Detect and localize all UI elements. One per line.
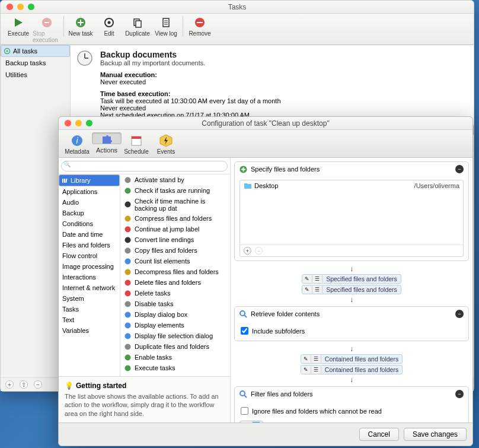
sidebar-item-backup[interactable]: Backup tasks	[1, 57, 70, 69]
flow-chip[interactable]: ✎☰Specified files and folders	[302, 274, 401, 284]
cancel-button[interactable]: Cancel	[359, 428, 399, 441]
category-item[interactable]: Tasks	[59, 304, 120, 314]
remove-button[interactable]: Remove	[186, 16, 214, 37]
svg-rect-15	[197, 22, 203, 23]
edit-button[interactable]: Edit	[95, 16, 123, 37]
collapse-icon[interactable]: −	[455, 165, 464, 173]
config-toolbar: i Metadata Actions Schedule Events	[59, 130, 472, 158]
category-item[interactable]: Files and folders	[59, 240, 120, 250]
category-item[interactable]: Date and time	[59, 229, 120, 240]
list-icon[interactable]: ☰	[311, 366, 321, 373]
action-item[interactable]: Count list elements	[120, 256, 230, 266]
add-button[interactable]: +	[5, 380, 14, 389]
task-title: Backup documents	[100, 50, 281, 59]
action-item[interactable]: Activate stand by	[120, 174, 230, 185]
svg-point-43	[125, 301, 131, 307]
list-icon[interactable]: ☰	[312, 275, 322, 282]
category-item[interactable]: Image processing	[59, 261, 120, 272]
flow-chip[interactable]: ✎☰Specified files and folders	[302, 285, 401, 294]
action-item[interactable]: Compress files and folders	[120, 213, 230, 224]
action-item[interactable]: Copy files and folders	[120, 245, 230, 256]
newtask-button[interactable]: New task	[66, 16, 95, 37]
viewlog-button[interactable]: View log	[152, 16, 180, 37]
tab-actions[interactable]: Actions	[92, 132, 122, 144]
workflow-area[interactable]: Specify files and folders − Desktop /Use…	[231, 158, 472, 422]
action-icon	[124, 354, 132, 361]
category-item[interactable]: Flow control	[59, 250, 120, 261]
action-icon	[124, 215, 132, 223]
svg-point-49	[125, 365, 131, 371]
category-item[interactable]: Conditions	[59, 218, 120, 229]
category-item[interactable]: Library	[59, 174, 120, 186]
category-item[interactable]: Audio	[59, 197, 120, 208]
list-icon[interactable]: ☰	[311, 355, 321, 363]
category-list[interactable]: LibraryApplicationsAudioBackupConditions…	[59, 174, 120, 376]
include-subfolders-checkbox[interactable]	[241, 327, 248, 335]
category-item[interactable]: Backup	[59, 208, 120, 218]
action-item[interactable]: Duplicate files and folders	[120, 341, 230, 352]
tab-schedule[interactable]: Schedule	[122, 132, 151, 156]
action-item[interactable]: Check if tasks are running	[120, 185, 230, 196]
duplicate-button[interactable]: Duplicate	[123, 16, 152, 37]
action-item[interactable]: Display dialog box	[120, 309, 230, 320]
zoom-icon[interactable]	[86, 120, 92, 126]
flow-chip[interactable]: ✎☰Contained files and folders	[301, 354, 403, 364]
zoom-icon[interactable]	[28, 4, 34, 10]
action-item[interactable]: Continue at jump label	[120, 224, 230, 234]
category-item[interactable]: Variables	[59, 325, 120, 336]
svg-point-45	[125, 322, 131, 328]
category-item[interactable]: Interactions	[59, 272, 120, 282]
category-item[interactable]: Internet & network	[59, 282, 120, 293]
execute-button[interactable]: Execute	[4, 16, 33, 37]
list-icon[interactable]: ☰	[312, 286, 322, 293]
action-item[interactable]: Disable tasks	[120, 298, 230, 309]
action-item[interactable]: Delete tasks	[120, 288, 230, 298]
ignore-checkbox[interactable]	[241, 407, 248, 415]
save-button[interactable]: Save changes	[404, 428, 467, 441]
flow-chip[interactable]: ✎☰Contained files and folders	[301, 365, 403, 374]
action-item[interactable]: Decompress files and folders	[120, 266, 230, 277]
tab-metadata[interactable]: i Metadata	[62, 132, 92, 156]
close-icon[interactable]	[7, 4, 13, 10]
action-item[interactable]: Display elements	[120, 320, 230, 331]
tab-events[interactable]: Events	[151, 132, 181, 156]
arrow-down-icon: ↓	[350, 265, 353, 273]
titlebar: Tasks	[1, 1, 474, 14]
arrow-down-icon: ↓	[350, 296, 353, 304]
category-item[interactable]: Text	[59, 314, 120, 325]
search-input[interactable]	[61, 161, 228, 171]
svg-rect-9	[136, 21, 141, 27]
pencil-icon[interactable]: ✎	[302, 275, 312, 282]
pencil-icon[interactable]: ✎	[301, 355, 311, 363]
list-item[interactable]: Desktop /Users/oliverma	[240, 180, 463, 191]
add-file-button[interactable]: +	[244, 247, 251, 255]
sidebar-item-all[interactable]: All tasks	[1, 45, 70, 57]
action-item[interactable]: Check if time machine is backing up dat	[120, 196, 230, 213]
action-item[interactable]: Convert line endings	[120, 234, 230, 245]
action-item[interactable]: Delete files and folders	[120, 277, 230, 288]
action-item[interactable]: Display file selection dialog	[120, 331, 230, 341]
svg-marker-0	[15, 18, 23, 27]
pencil-icon[interactable]: ✎	[302, 286, 312, 293]
category-item[interactable]: Applications	[59, 186, 120, 197]
action-item[interactable]: Execute tasks	[120, 363, 230, 373]
pencil-icon[interactable]: ✎	[301, 366, 311, 373]
minimize-icon[interactable]	[17, 4, 24, 10]
action-item[interactable]: Enable tasks	[120, 352, 230, 363]
execute-label: Execute	[8, 30, 29, 37]
task-row[interactable]: Backup documents Backup all my important…	[71, 45, 474, 124]
share-icon[interactable]: ⇪	[20, 380, 28, 389]
action-list[interactable]: Activate stand byCheck if tasks are runn…	[120, 174, 230, 376]
collapse-icon[interactable]: −	[455, 390, 464, 398]
collapse-icon[interactable]: −	[455, 310, 464, 318]
help-panel: 💡Getting started The list above shows th…	[59, 376, 230, 422]
remove-circle-icon[interactable]: −	[34, 380, 42, 389]
category-item[interactable]: System	[59, 293, 120, 304]
include-subfolders-row[interactable]: Include subfolders	[240, 325, 464, 337]
file-list[interactable]: Desktop /Users/oliverma + −	[240, 180, 464, 257]
ignore-row[interactable]: Ignore files and folders which cannot be…	[240, 405, 464, 417]
minimize-icon[interactable]	[75, 120, 82, 126]
svg-rect-31	[65, 178, 67, 182]
close-icon[interactable]	[65, 120, 71, 126]
sidebar-item-utilities[interactable]: Utilities	[1, 69, 70, 81]
